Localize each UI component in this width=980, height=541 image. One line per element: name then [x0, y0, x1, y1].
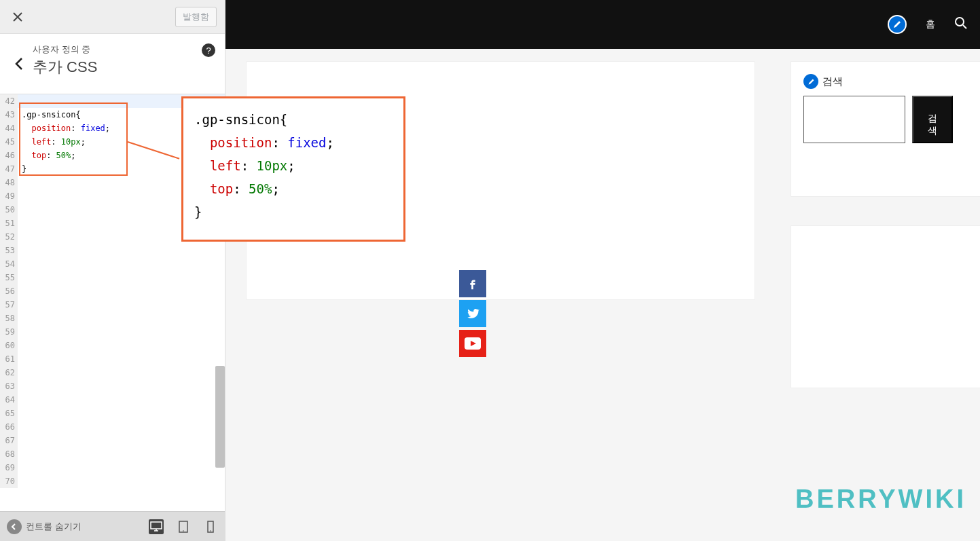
line-number: 67 [0, 434, 18, 447]
twitter-icon[interactable] [459, 300, 486, 327]
code-line[interactable]: 63 [0, 379, 225, 393]
scrollbar-thumb[interactable] [215, 366, 225, 468]
search-widget-label: 검색 [822, 75, 843, 88]
code-line[interactable]: 66 [0, 420, 225, 434]
line-number: 52 [0, 230, 18, 244]
line-content[interactable] [18, 393, 225, 407]
line-number: 43 [0, 108, 18, 122]
site-logo-text: BERRYWIKI [795, 485, 966, 514]
svg-point-5 [956, 18, 964, 26]
desktop-icon[interactable] [149, 519, 164, 534]
code-line[interactable]: 58 [0, 312, 225, 325]
code-line[interactable]: 62 [0, 366, 225, 379]
youtube-icon[interactable] [459, 330, 486, 357]
facebook-icon[interactable] [459, 270, 486, 297]
header-subtitle: 사용자 정의 중 [33, 43, 214, 56]
code-line[interactable]: 67 [0, 434, 225, 447]
code-line[interactable]: 55 [0, 271, 225, 284]
line-number: 46 [0, 149, 18, 162]
line-number: 42 [0, 94, 18, 108]
sidebar-topbar: 발행함 [0, 0, 225, 34]
line-content[interactable] [18, 366, 225, 379]
collapse-label: 컨트롤 숨기기 [26, 521, 81, 533]
callout-line: left: 10px; [194, 154, 393, 177]
collapse-chevron-icon [7, 519, 22, 534]
line-content[interactable] [18, 257, 225, 271]
code-line[interactable]: 65 [0, 407, 225, 420]
search-row: 검색 [803, 96, 968, 143]
line-content[interactable] [18, 312, 225, 325]
line-content[interactable] [18, 420, 225, 434]
sidebar-header: 사용자 정의 중 추가 CSS ? [0, 34, 225, 94]
close-icon[interactable] [8, 7, 27, 26]
tablet-icon[interactable] [176, 519, 191, 534]
code-line[interactable]: 54 [0, 257, 225, 271]
code-line[interactable]: 57 [0, 298, 225, 312]
help-icon[interactable]: ? [202, 43, 215, 57]
callout-line: } [194, 200, 393, 223]
line-content[interactable] [18, 379, 225, 393]
line-content[interactable] [18, 271, 225, 284]
line-content[interactable] [18, 447, 225, 461]
line-content[interactable] [18, 284, 225, 298]
line-number: 58 [0, 312, 18, 325]
line-number: 62 [0, 366, 18, 379]
search-icon[interactable] [954, 16, 968, 33]
line-content[interactable] [18, 352, 225, 366]
search-widget: 검색 검색 [791, 61, 980, 197]
header-title: 추가 CSS [33, 57, 214, 77]
line-number: 70 [0, 474, 18, 488]
annotation-callout: .gp-snsicon{ position: fixed; left: 10px… [181, 96, 405, 242]
line-content[interactable] [18, 434, 225, 447]
line-content[interactable] [18, 407, 225, 420]
line-number: 68 [0, 447, 18, 461]
search-widget-header: 검색 [803, 74, 968, 89]
code-line[interactable]: 70 [0, 474, 225, 488]
line-number: 63 [0, 379, 18, 393]
code-line[interactable]: 61 [0, 352, 225, 366]
mobile-icon[interactable] [203, 519, 218, 534]
line-content[interactable] [18, 244, 225, 257]
nav-home-link[interactable]: 홈 [926, 18, 935, 31]
publish-button[interactable]: 발행함 [175, 7, 217, 27]
code-line[interactable]: 68 [0, 447, 225, 461]
line-number: 65 [0, 407, 18, 420]
line-content[interactable] [18, 461, 225, 474]
line-number: 54 [0, 257, 18, 271]
search-input[interactable] [803, 96, 905, 143]
line-content[interactable] [18, 339, 225, 352]
line-number: 45 [0, 135, 18, 149]
search-button[interactable]: 검색 [912, 96, 953, 143]
line-number: 56 [0, 284, 18, 298]
line-content[interactable] [18, 298, 225, 312]
line-number: 69 [0, 461, 18, 474]
header-text: 사용자 정의 중 추가 CSS [33, 43, 214, 77]
code-line[interactable]: 53 [0, 244, 225, 257]
line-number: 64 [0, 393, 18, 407]
line-number: 57 [0, 298, 18, 312]
sidebar-bottombar: 컨트롤 숨기기 [0, 511, 225, 541]
code-line[interactable]: 64 [0, 393, 225, 407]
svg-rect-0 [151, 522, 162, 529]
line-number: 47 [0, 162, 18, 176]
collapse-controls-button[interactable]: 컨트롤 숨기기 [7, 519, 81, 534]
line-number: 55 [0, 271, 18, 284]
preview-pane: 홈 검색 검색 BERRYWIKI [225, 0, 980, 541]
code-line[interactable]: 56 [0, 284, 225, 298]
line-number: 50 [0, 203, 18, 217]
sns-icon-stack [459, 270, 486, 357]
edit-shortcut-icon[interactable] [888, 15, 907, 34]
callout-line: top: 50%; [194, 177, 393, 200]
code-line[interactable]: 59 [0, 325, 225, 339]
line-number: 44 [0, 122, 18, 135]
code-line[interactable]: 69 [0, 461, 225, 474]
line-number: 60 [0, 339, 18, 352]
back-chevron-icon[interactable] [5, 43, 33, 84]
svg-point-4 [210, 530, 211, 531]
line-content[interactable] [18, 474, 225, 488]
code-line[interactable]: 60 [0, 339, 225, 352]
line-content[interactable] [18, 325, 225, 339]
edit-shortcut-icon[interactable] [803, 74, 818, 89]
sidebar-widget-empty [791, 225, 980, 388]
line-number: 48 [0, 176, 18, 189]
